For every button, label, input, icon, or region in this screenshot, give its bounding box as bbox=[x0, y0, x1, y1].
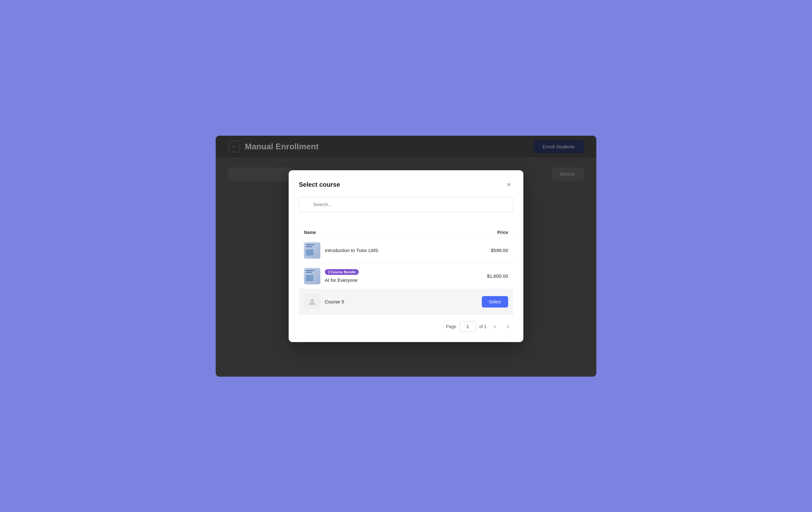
search-wrapper: 🔍 bbox=[299, 197, 513, 220]
course-info: Course 5 bbox=[325, 299, 344, 304]
course-row[interactable]: Course 5 Select bbox=[299, 289, 513, 315]
col-name-header: Name bbox=[304, 230, 316, 235]
svg-point-0 bbox=[311, 299, 314, 302]
course-thumbnail bbox=[304, 294, 320, 310]
next-page-button[interactable]: › bbox=[503, 322, 513, 332]
course-left: Course 5 bbox=[304, 294, 344, 310]
course-thumbnail bbox=[304, 268, 320, 284]
course-left: Introduction to Tutor LMS bbox=[304, 242, 378, 259]
select-course-modal: Select course × 🔍 Name Price bbox=[289, 170, 523, 342]
col-price-header: Price bbox=[497, 230, 508, 235]
course-thumbnail bbox=[304, 242, 320, 259]
course-row[interactable]: Introduction to Tutor LMS $599.00 bbox=[299, 238, 513, 264]
page-label: Page bbox=[446, 324, 457, 329]
page-of-label: of 1 bbox=[479, 324, 487, 329]
app-window: ← Manual Enrollment Enroll Students Brow… bbox=[216, 136, 596, 377]
course-name: Course 5 bbox=[325, 299, 344, 304]
bundle-badge: 3 Course Bundle bbox=[325, 269, 359, 275]
modal-header: Select course × bbox=[299, 180, 513, 189]
course-left: 3 Course Bundle AI for Everyone bbox=[304, 268, 359, 284]
course-price: $1,600.00 bbox=[487, 273, 508, 279]
course-info: 3 Course Bundle AI for Everyone bbox=[325, 269, 359, 283]
modal-close-button[interactable]: × bbox=[504, 180, 513, 189]
page-input[interactable] bbox=[460, 321, 476, 332]
course-name: Introduction to Tutor LMS bbox=[325, 248, 378, 253]
table-header: Name Price bbox=[299, 227, 513, 238]
pagination: Page of 1 ‹ › bbox=[299, 315, 513, 332]
prev-page-button[interactable]: ‹ bbox=[490, 322, 500, 332]
modal-title: Select course bbox=[299, 181, 340, 188]
course-info: Introduction to Tutor LMS bbox=[325, 248, 378, 253]
course-row[interactable]: 3 Course Bundle AI for Everyone $1,600.0… bbox=[299, 264, 513, 289]
course-price: $599.00 bbox=[491, 248, 508, 253]
select-course-button[interactable]: Select bbox=[482, 296, 508, 307]
modal-overlay: Select course × 🔍 Name Price bbox=[216, 136, 596, 377]
course-name: AI for Everyone bbox=[325, 277, 359, 283]
course-search-input[interactable] bbox=[299, 197, 513, 212]
